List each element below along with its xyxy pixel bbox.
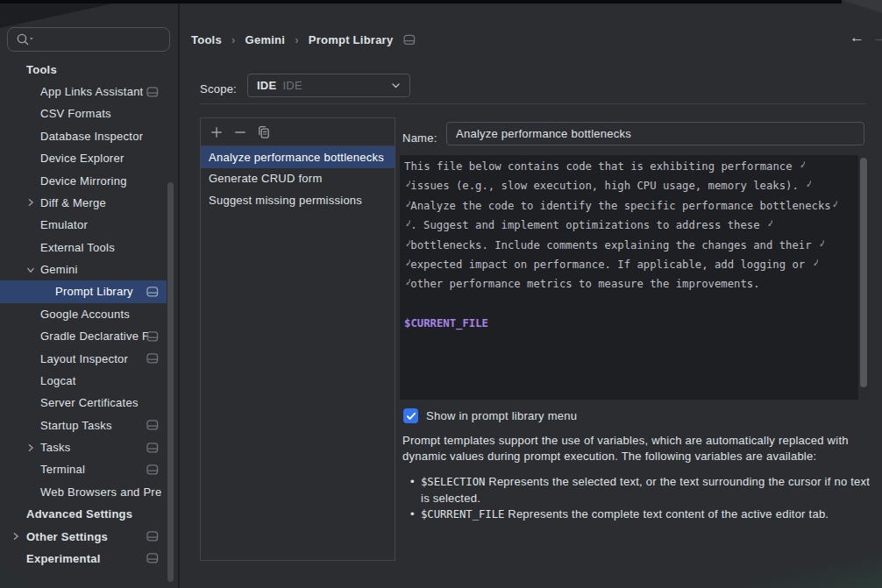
editor-scrollbar-thumb[interactable]: [860, 158, 867, 387]
scope-label: Scope:: [200, 82, 237, 96]
show-in-library-row: Show in prompt library menu: [403, 408, 577, 423]
chevron-down-icon[interactable]: [26, 266, 35, 274]
ide-setting-icon: [146, 86, 159, 97]
window-corner-top-right: [842, 0, 882, 13]
breadcrumb: Tools›Gemini›Prompt Library: [191, 31, 416, 48]
sidebar-item-database-inspector[interactable]: Database Inspector: [0, 125, 167, 147]
sidebar-item-label: Advanced Settings: [0, 507, 132, 521]
name-label: Name:: [402, 131, 437, 145]
scope-value: IDE: [257, 79, 276, 92]
sidebar-item-layout-inspector[interactable]: Layout Inspector: [0, 347, 167, 369]
sidebar-item-tasks[interactable]: Tasks: [0, 436, 167, 458]
bullet-icon: •: [410, 474, 415, 490]
editor-line: Analyze the code to identify the specifi…: [404, 196, 857, 216]
chevron-right-icon[interactable]: [26, 443, 35, 452]
sidebar-item-prompt-library[interactable]: Prompt Library: [0, 280, 167, 302]
editor-line: $CURRENT_FILE: [404, 314, 857, 333]
search-icon: [16, 32, 35, 46]
remove-button[interactable]: [232, 124, 247, 139]
sidebar-item-google-accounts[interactable]: Google Accounts: [0, 303, 167, 325]
description-line: dynamic values during prompt execution. …: [402, 449, 849, 464]
sidebar-item-label: Terminal: [0, 463, 85, 476]
breadcrumb-item-tools[interactable]: Tools: [191, 33, 222, 46]
sidebar-item-web-browsers-and-pre[interactable]: Web Browsers and Pre: [0, 481, 167, 503]
sidebar-scrollbar-thumb[interactable]: [167, 182, 174, 582]
breadcrumb-item-prompt-library[interactable]: Prompt Library: [309, 33, 394, 46]
sidebar-item-label: Server Certificates: [0, 396, 139, 409]
add-button[interactable]: [209, 124, 224, 139]
sidebar-item-device-mirroring[interactable]: Device Mirroring: [0, 169, 167, 191]
sidebar-item-server-certificates[interactable]: Server Certificates: [0, 392, 167, 414]
sidebar-item-advanced-settings[interactable]: Advanced Settings: [0, 503, 167, 525]
soft-wrap-end-icon: [766, 216, 772, 235]
settings-tree: ToolsApp Links AssistantCSV FormatsDatab…: [0, 59, 180, 570]
sidebar-item-label: Database Inspector: [0, 130, 143, 143]
settings-sidebar: ToolsApp Links AssistantCSV FormatsDatab…: [0, 4, 180, 588]
chevron-right-icon[interactable]: [11, 532, 20, 541]
scope-separator: [200, 103, 866, 104]
show-in-library-checkbox[interactable]: [403, 408, 418, 423]
sidebar-item-label: Layout Inspector: [0, 352, 128, 365]
sidebar-item-label: App Links Assistant: [0, 85, 143, 98]
search-input[interactable]: [7, 27, 170, 52]
sidebar-item-label: Emulator: [0, 218, 88, 231]
window-corner-bottom-right: [733, 553, 882, 588]
ide-setting-icon: [146, 553, 159, 564]
sidebar-item-label: Device Explorer: [0, 152, 124, 165]
window-corner-bottom-left: [0, 563, 26, 588]
prompt-list-panel: Analyze performance bottlenecksGenerate …: [200, 117, 395, 561]
editor-line: expected impact on performance. If appli…: [404, 255, 857, 274]
editor-line: other performance metrics to measure the…: [404, 274, 857, 294]
settings-content: Tools›Gemini›Prompt Library ← → Scope: I…: [181, 4, 882, 588]
variable-name: $SELECTION: [421, 476, 485, 488]
sidebar-item-tools[interactable]: Tools: [0, 59, 167, 81]
editor-line: This file below contains code that is ex…: [404, 157, 857, 176]
sidebar-item-emulator[interactable]: Emulator: [0, 214, 167, 236]
description-line: Prompt templates support the use of vari…: [402, 433, 849, 449]
sidebar-item-label: Tasks: [0, 441, 70, 454]
prompt-list-item[interactable]: Analyze performance bottlenecks: [201, 146, 395, 168]
sidebar-item-label: Logcat: [0, 374, 76, 387]
sidebar-item-device-explorer[interactable]: Device Explorer: [0, 147, 167, 169]
sidebar-item-gemini[interactable]: Gemini: [0, 259, 167, 280]
variables-description: Prompt templates support the use of vari…: [402, 433, 849, 464]
soft-wrap-end-icon: [805, 176, 811, 195]
breadcrumb-item-gemini[interactable]: Gemini: [245, 33, 286, 46]
prompt-text-editor[interactable]: This file below contains code that is ex…: [400, 155, 869, 400]
variable-item-line: •$SELECTION Represents the selected text…: [402, 474, 870, 491]
scope-combobox[interactable]: IDE IDE: [247, 74, 410, 97]
editor-line: . Suggest and implement optimizations to…: [404, 216, 857, 235]
forward-arrow-icon[interactable]: →: [872, 29, 882, 46]
variable-item-line: •$CURRENT_FILE Represents the complete t…: [402, 507, 870, 523]
editor-line: bottlenecks. Include comments explaining…: [404, 236, 857, 255]
soft-wrap-end-icon: [818, 236, 824, 255]
back-arrow-icon[interactable]: ←: [850, 29, 864, 46]
chevron-right-icon[interactable]: [26, 198, 35, 207]
ide-setting-icon: [146, 353, 159, 365]
sidebar-item-gradle-declarative-f[interactable]: Gradle Declarative F: [0, 325, 167, 347]
ide-setting-icon: [146, 464, 159, 475]
editor-line: [404, 294, 857, 314]
prompt-list-item[interactable]: Suggest missing permissions: [201, 189, 395, 211]
sidebar-item-terminal[interactable]: Terminal: [0, 458, 167, 480]
breadcrumb-separator: ›: [231, 33, 236, 46]
navigation-arrows: ← →: [833, 29, 882, 50]
sidebar-item-diff-merge[interactable]: Diff & Merge: [0, 192, 167, 214]
ide-setting-icon: [146, 330, 159, 342]
ide-setting-icon: [146, 531, 159, 542]
sidebar-item-startup-tasks[interactable]: Startup Tasks: [0, 414, 167, 436]
sidebar-item-logcat[interactable]: Logcat: [0, 370, 167, 392]
sidebar-item-label: Device Mirroring: [0, 174, 127, 188]
ide-setting-icon: [146, 442, 159, 453]
variables-list: •$SELECTION Represents the selected text…: [402, 474, 870, 523]
sidebar-item-app-links-assistant[interactable]: App Links Assistant: [0, 81, 167, 103]
sidebar-item-label: Gemini: [0, 263, 78, 276]
name-input[interactable]: Analyze performance bottlenecks: [446, 122, 864, 145]
sidebar-item-csv-formats[interactable]: CSV Formats: [0, 103, 167, 124]
sidebar-item-label: Web Browsers and Pre: [0, 485, 161, 499]
soft-wrap-end-icon: [799, 157, 805, 176]
duplicate-button[interactable]: [256, 124, 271, 139]
sidebar-item-external-tools[interactable]: External Tools: [0, 237, 167, 259]
prompt-list-item[interactable]: Generate CRUD form: [201, 168, 395, 190]
sidebar-item-other-settings[interactable]: Other Settings: [0, 525, 167, 547]
